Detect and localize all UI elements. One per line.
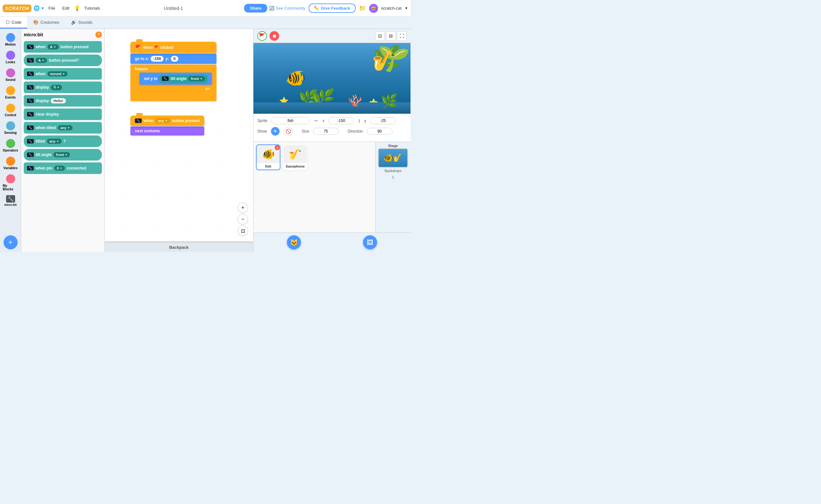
sprite-saxophone-wrap: 🎷 Saxophone <box>283 144 307 170</box>
username-chevron[interactable]: ▼ <box>405 6 408 10</box>
size-input[interactable] <box>313 128 338 135</box>
stage-label: Stage <box>375 142 410 148</box>
operators-dot <box>6 139 15 148</box>
sprite-fish-delete[interactable]: ✕ <box>275 145 280 150</box>
sidebar-item-sensing[interactable]: Sensing <box>2 120 20 136</box>
moved-dropdown[interactable]: moved <box>48 71 67 76</box>
globe-button[interactable]: 🌐 ▾ <box>33 5 44 11</box>
zoom-controls: + − ⊡ <box>238 203 248 236</box>
add-sprite-button[interactable]: 🐱 <box>287 235 301 249</box>
show-visible-button[interactable]: 👁 <box>271 127 280 136</box>
sidebar-item-control[interactable]: Control <box>2 102 20 118</box>
block-tilt-angle[interactable]: 🔧 tilt angle front <box>24 149 102 161</box>
events-label: Events <box>5 96 16 99</box>
script-block-group-1[interactable]: 🚩 when 🚩 clicked go to x: -150 y: 0 fore… <box>130 42 216 101</box>
block-tilted-bool[interactable]: 🔧 tilted any ? <box>24 135 102 147</box>
myblocks-label: My Blocks <box>3 184 18 191</box>
forever-inner: set y to 🔧 tilt angle front <box>139 73 212 85</box>
y-input[interactable] <box>370 117 396 124</box>
block-clear-display[interactable]: 🔧 clear display <box>24 109 102 120</box>
coral-4: 🌿 <box>381 93 397 109</box>
tutorials-menu[interactable]: Tutorials <box>82 4 102 12</box>
tilt-dir-canvas-dropdown[interactable]: front <box>188 76 205 81</box>
mb-tag-7: 🔧 <box>27 126 34 130</box>
mb-tag-9: 🔧 <box>27 152 34 157</box>
block-when-pin-connected[interactable]: 🔧 when pin 0 connected <box>24 162 102 174</box>
block-when-tilted[interactable]: 🔧 when tilted any <box>24 122 102 134</box>
script-block-group-2[interactable]: 🔧 when any button pressed next costume <box>130 116 204 135</box>
stage-canvas: 🌿 🌱 🎷 🐠 🌿 🌿 ⭐ ⭐ 🪸 🌿 <box>253 43 410 114</box>
goto-y-input[interactable]: 0 <box>171 56 178 62</box>
file-menu[interactable]: File <box>46 4 58 12</box>
feedback-icon: ✏️ <box>314 6 319 11</box>
block-display-text[interactable]: 🔧 display Hello! <box>24 95 102 107</box>
blocks-header: micro:bit ? <box>24 31 102 38</box>
mb-tag-4: 🔧 <box>27 85 34 90</box>
sidebar-item-sound[interactable]: Sound <box>2 67 20 83</box>
script-area[interactable]: 🚩 when 🚩 clicked go to x: -150 y: 0 fore… <box>105 29 253 252</box>
next-costume-block[interactable]: next costume <box>130 126 204 135</box>
tilt-angle-block[interactable]: 🔧 tilt angle front <box>159 75 207 83</box>
button-dropdown-1[interactable]: A <box>48 44 59 49</box>
loop-arrow: ↩ <box>135 86 209 92</box>
tilt-dropdown-2[interactable]: any <box>47 139 62 144</box>
mb-tag-8: 🔧 <box>27 139 34 143</box>
feedback-button[interactable]: ✏️ Give Feedback <box>309 4 355 13</box>
sidebar-item-looks[interactable]: Looks <box>2 49 20 65</box>
display-text-input[interactable]: Hello! <box>51 98 66 103</box>
block-display-pattern[interactable]: 🔧 display ⠿ <box>24 82 102 93</box>
block-when-moved[interactable]: 🔧 when moved <box>24 68 102 80</box>
fullscreen-button[interactable]: ⛶ <box>397 31 406 41</box>
show-hidden-button[interactable]: 🚫 <box>284 127 292 136</box>
scratch-logo[interactable]: SCRATCH <box>3 4 31 12</box>
tab-sounds[interactable]: 🔊 Sounds <box>65 17 98 29</box>
project-title[interactable]: Untitled-1 <box>105 6 242 11</box>
block-button-pressed-bool[interactable]: 🔧 A button pressed? <box>24 55 102 66</box>
x-input[interactable] <box>328 117 354 124</box>
large-stage-button[interactable]: ⊟ <box>386 31 396 41</box>
blocks-info-button[interactable]: ? <box>95 31 102 38</box>
zoom-in-button[interactable]: + <box>238 203 248 213</box>
block-when-button-pressed[interactable]: 🔧 when A button pressed <box>24 41 102 53</box>
hat-block-green-flag[interactable]: 🚩 when 🚩 clicked <box>130 42 216 53</box>
display-pattern-dropdown[interactable]: ⠿ <box>51 85 62 90</box>
add-backdrop-button[interactable]: 🖼 <box>363 235 377 249</box>
stage-thumbnail[interactable]: 🐠🎷 <box>378 148 408 168</box>
variables-dot <box>6 157 15 166</box>
goto-block[interactable]: go to x: -150 y: 0 <box>130 54 216 64</box>
set-y-block[interactable]: set y to 🔧 tilt angle front <box>139 73 212 85</box>
sidebar-item-microbit[interactable]: 🔧 micro:bit <box>2 194 20 208</box>
tab-code[interactable]: ⬡ Code <box>0 17 27 29</box>
see-community-link[interactable]: 🔄 See Community <box>269 6 305 11</box>
zoom-fit-button[interactable]: ⊡ <box>238 226 248 236</box>
sidebar-item-events[interactable]: Events <box>2 84 20 101</box>
looks-label: Looks <box>6 60 15 64</box>
sidebar-item-variables[interactable]: Variables <box>2 155 20 171</box>
forever-block[interactable]: forever set y to 🔧 tilt angle front <box>130 65 216 101</box>
button-dropdown-2[interactable]: A <box>36 58 47 63</box>
pin-dropdown[interactable]: 0 <box>54 166 65 171</box>
tilt-dropdown-1[interactable]: any <box>58 125 73 130</box>
tab-costumes[interactable]: 🎨 Costumes <box>27 17 65 29</box>
small-stage-button[interactable]: ⊡ <box>375 31 385 41</box>
folder-icon[interactable]: 📁 <box>359 5 366 12</box>
any-button-dropdown[interactable]: any <box>155 118 170 123</box>
stop-button[interactable]: ⏹ <box>269 31 279 41</box>
control-label: Control <box>5 113 16 117</box>
goto-x-input[interactable]: -150 <box>151 56 163 62</box>
sidebar-item-myblocks[interactable]: My Blocks <box>2 173 20 193</box>
zoom-out-button[interactable]: − <box>238 214 248 224</box>
add-extension-button[interactable]: + <box>4 235 18 249</box>
sprite-name-input[interactable] <box>271 117 310 124</box>
green-flag-button[interactable]: 🚩 <box>257 31 267 41</box>
tilt-dir-dropdown[interactable]: front <box>53 152 70 157</box>
edit-menu[interactable]: Edit <box>60 4 72 12</box>
sidebar-item-motion[interactable]: Motion <box>2 31 20 48</box>
share-button[interactable]: Share <box>244 4 267 13</box>
direction-input[interactable] <box>367 128 392 135</box>
sprite-saxophone[interactable]: 🎷 Saxophone <box>283 144 307 170</box>
stage-header: 🚩 ⏹ ⊡ ⊟ ⛶ <box>253 29 410 43</box>
hat-block-button[interactable]: 🔧 when any button pressed <box>130 116 204 126</box>
backpack-bar[interactable]: Backpack <box>105 242 253 252</box>
sidebar-item-operators[interactable]: Operators <box>2 137 20 154</box>
